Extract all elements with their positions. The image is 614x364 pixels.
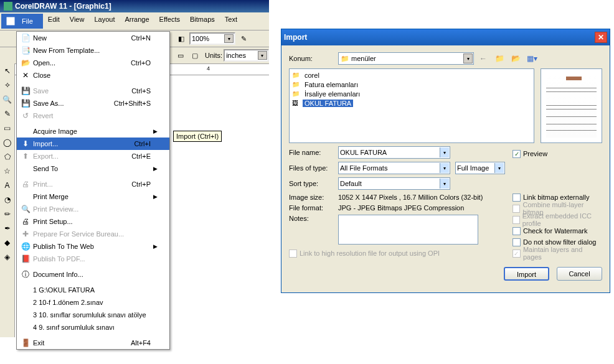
location-label: Konum: — [289, 55, 336, 62]
menuitem-4-9-s-n-f-sorumluluk-s-nav[interactable]: 4 9. sınıf sorumluluk sınavı — [17, 321, 169, 334]
menuitem-3-10-s-n-flar-sorumluluk-s-nav-at-lye[interactable]: 3 10. sınıflar sorumluluk sınavı atölye — [17, 309, 169, 321]
menuitem-new[interactable]: 📄NewCtrl+N — [17, 32, 169, 44]
chevron-down-icon: ▾ — [440, 163, 449, 173]
zoom-combo[interactable]: 100%▾ — [189, 32, 235, 45]
tooltip: Import (Ctrl+I) — [173, 131, 222, 142]
file-item[interactable]: 📁İrsaliye elemanları — [291, 89, 532, 98]
format-value: JPG - JPEG Bitmaps JPEG Compression — [338, 204, 464, 212]
notes-label: Notes: — [289, 215, 336, 222]
doc-icon — [6, 17, 15, 26]
units-combo[interactable]: inches▾ — [224, 49, 269, 62]
fullimage-combo[interactable]: Full Image▾ — [455, 162, 505, 174]
chevron-down-icon: ▾ — [463, 54, 473, 63]
sort-label: Sort type: — [289, 180, 336, 187]
text-tool[interactable]: A — [1, 179, 14, 192]
linkext-label: Link bitmap externally — [523, 194, 589, 201]
fill-tool[interactable]: ◆ — [1, 236, 14, 250]
watermark-label: Check for Watermark — [523, 227, 588, 235]
polygon-tool[interactable]: ⬠ — [1, 151, 14, 164]
imagesize-value: 1052 X 1447 Pixels , 16.7 Million Colors… — [338, 194, 483, 201]
menuitem-open[interactable]: 📂Open...Ctrl+O — [17, 57, 169, 69]
menu-file[interactable]: File — [1, 14, 43, 29]
menuitem-publish-to-the-web[interactable]: 🌐Publish To The Web▶ — [17, 240, 169, 253]
location-combo[interactable]: 📁 menüler ▾ — [338, 52, 474, 65]
chevron-down-icon: ▾ — [224, 34, 234, 43]
eyedrop-tool[interactable]: ✏ — [1, 208, 14, 221]
tool-icon-d[interactable]: ▢ — [189, 49, 202, 62]
menu-arrange[interactable]: Arrange — [120, 14, 154, 29]
menuitem-2-10-f-1-d-nem-2-s-nav[interactable]: 2 10-f 1.dönem 2.sınav — [17, 296, 169, 309]
rect-tool[interactable]: ▭ — [1, 122, 14, 135]
menuitem-send-to[interactable]: Send To▶ — [17, 162, 169, 175]
outline-tool[interactable]: ✒ — [1, 222, 14, 235]
notes-field[interactable] — [338, 215, 478, 245]
import-button[interactable]: Import — [504, 267, 549, 281]
menuitem-1-g-okul-fatura[interactable]: 1 G:\OKUL FATURA — [17, 284, 169, 296]
toolbox: ↖ ✧ 🔍 ✎ ▭ ◯ ⬠ ☆ A ◔ ✏ ✒ ◆ ◈ — [0, 63, 15, 337]
dialog-title: Import — [284, 33, 307, 42]
cancel-button[interactable]: Cancel — [557, 267, 602, 281]
preview-label: Preview — [523, 150, 547, 157]
menuitem-document-info[interactable]: ⓘDocument Info... — [17, 268, 169, 281]
svg-rect-1 — [6, 17, 15, 26]
watermark-checkbox[interactable] — [512, 227, 521, 235]
menuitem-publish-to-pdf: 📕Publish To PDF... — [17, 253, 169, 265]
shape-tool[interactable]: ✧ — [1, 79, 14, 92]
opi-checkbox — [289, 250, 297, 258]
opi-label: Link to high resolution file for output … — [300, 250, 440, 257]
file-item[interactable]: 🖼OKUL FATURA — [291, 98, 532, 108]
app-title: CorelDRAW 11 - [Graphic1] — [15, 2, 111, 11]
filename-combo[interactable]: OKUL FATURA▾ — [338, 146, 450, 159]
nofilter-checkbox[interactable] — [512, 238, 521, 246]
file-item[interactable]: 📁Fatura elemanları — [291, 80, 532, 89]
linkext-checkbox[interactable] — [512, 194, 521, 202]
zoom-tool[interactable]: 🔍 — [1, 93, 14, 106]
menu-view[interactable]: View — [65, 14, 90, 29]
preview-checkbox[interactable]: ✓ — [512, 150, 521, 158]
close-button[interactable]: ✕ — [595, 32, 607, 43]
layers-checkbox: ✓ — [512, 250, 521, 258]
tool-icon-a[interactable]: ◧ — [174, 32, 188, 45]
menu-effects[interactable]: Effects — [154, 14, 185, 29]
menu-edit[interactable]: Edit — [43, 14, 65, 29]
file-menu: 📄NewCtrl+N📑New From Template...📂Open...C… — [16, 31, 170, 350]
back-button[interactable]: ← — [476, 52, 490, 65]
views-button[interactable]: ▦▾ — [525, 52, 539, 65]
freehand-tool[interactable]: ✎ — [1, 108, 14, 121]
menuitem-close[interactable]: ✕Close — [17, 69, 169, 82]
icc-checkbox — [512, 216, 520, 224]
menu-layout[interactable]: Layout — [89, 14, 120, 29]
file-item[interactable]: 📁corel — [291, 70, 532, 80]
ifill-tool[interactable]: ◈ — [1, 251, 14, 264]
menuitem-export: ⬆Export...Ctrl+E — [17, 150, 169, 162]
layers-label: Maintain layers and pages — [523, 246, 602, 261]
menuitem-exit[interactable]: 🚪ExitAlt+F4 — [17, 337, 169, 349]
menuitem-print-setup[interactable]: 🖨Print Setup... — [17, 215, 169, 228]
ellipse-tool[interactable]: ◯ — [1, 136, 14, 149]
menu-text[interactable]: Text — [220, 14, 242, 29]
up-button[interactable]: 📁 — [493, 52, 506, 65]
blend-tool[interactable]: ◔ — [1, 194, 14, 207]
sort-combo[interactable]: Default▾ — [338, 177, 450, 190]
chevron-down-icon: ▾ — [494, 163, 504, 173]
filename-label: File name: — [289, 149, 336, 156]
tool-icon-c[interactable]: ▭ — [174, 49, 187, 62]
file-list[interactable]: 📁corel📁Fatura elemanları📁İrsaliye eleman… — [289, 68, 534, 143]
tool-icon-b[interactable]: ✎ — [237, 32, 250, 45]
menuitem-new-from-template[interactable]: 📑New From Template... — [17, 44, 169, 57]
menuitem-import[interactable]: ⬇Import...Ctrl+I — [17, 138, 169, 150]
menuitem-save-as[interactable]: 💾Save As...Ctrl+Shift+S — [17, 97, 169, 110]
preview-pane — [541, 68, 602, 143]
nofilter-label: Do not show filter dialog — [523, 238, 596, 246]
menuitem-acquire-image[interactable]: Acquire Image▶ — [17, 125, 169, 138]
newfolder-button[interactable]: 📂 — [509, 52, 522, 65]
menuitem-print-merge[interactable]: Print Merge▶ — [17, 190, 169, 203]
filetype-combo[interactable]: All File Formats▾ — [338, 162, 450, 174]
format-label: File format: — [289, 204, 336, 212]
import-dialog: Import ✕ Konum: 📁 menüler ▾ ← 📁 📂 ▦▾ 📁co… — [281, 29, 610, 293]
menu-bitmaps[interactable]: Bitmaps — [185, 14, 220, 29]
menuitem-save: 💾SaveCtrl+S — [17, 85, 169, 97]
shapes-tool[interactable]: ☆ — [1, 165, 14, 178]
pick-tool[interactable]: ↖ — [1, 65, 14, 78]
units-label: Units: — [205, 52, 222, 59]
